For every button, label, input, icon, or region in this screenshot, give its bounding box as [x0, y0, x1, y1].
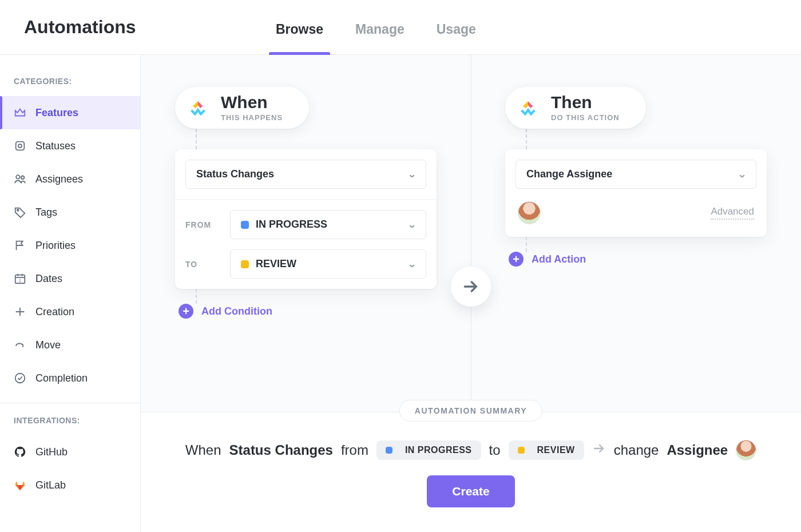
crown-icon — [14, 106, 26, 119]
connector-line — [526, 129, 527, 149]
status-icon — [14, 140, 26, 152]
trigger-select[interactable]: Status Changes ⌄ — [185, 160, 426, 189]
people-icon — [14, 173, 26, 185]
action-select[interactable]: Change Assignee ⌄ — [516, 160, 756, 189]
status-dot-icon — [386, 447, 392, 454]
svg-point-3 — [21, 176, 25, 180]
plus-circle-icon: + — [179, 304, 193, 319]
chevron-down-icon: ⌄ — [737, 169, 747, 180]
automation-builder: When THIS HAPPENS Status Changes ⌄ FROM … — [141, 55, 801, 410]
arrow-right-icon — [592, 442, 606, 459]
svg-rect-1 — [18, 144, 22, 148]
when-subtitle: THIS HAPPENS — [221, 113, 283, 122]
sidebar-item-priorities[interactable]: Priorities — [0, 229, 140, 262]
summary-text: to — [489, 442, 501, 458]
to-status-value: REVIEW — [256, 258, 296, 270]
when-column: When THIS HAPPENS Status Changes ⌄ FROM … — [141, 55, 471, 410]
summary-assignee: Assignee — [667, 442, 728, 458]
sidebar-item-label: GitLab — [35, 479, 66, 491]
sidebar-item-label: Move — [35, 339, 61, 351]
sidebar-item-dates[interactable]: 1 Dates — [0, 262, 140, 295]
when-card: Status Changes ⌄ FROM IN PROGRESS ⌄ TO — [175, 149, 437, 289]
summary-avatar — [736, 440, 756, 460]
main: When THIS HAPPENS Status Changes ⌄ FROM … — [141, 55, 801, 532]
add-action-button[interactable]: + Add Action — [509, 252, 767, 267]
then-subtitle: DO THIS ACTION — [551, 113, 620, 122]
then-card: Change Assignee ⌄ Advanced — [505, 149, 767, 237]
summary-pill: AUTOMATION SUMMARY — [399, 400, 542, 422]
svg-rect-0 — [16, 142, 25, 150]
sidebar-item-gitlab[interactable]: GitLab — [0, 469, 140, 502]
flag-icon — [14, 239, 26, 252]
tabs: Browse Manage Usage — [276, 0, 476, 54]
check-circle-icon — [14, 372, 26, 384]
sidebar-item-label: GitHub — [35, 446, 68, 458]
sidebar-item-move[interactable]: Move — [0, 328, 140, 362]
from-status-select[interactable]: IN PROGRESS ⌄ — [230, 210, 426, 239]
status-dot-icon — [241, 260, 249, 268]
sidebar-item-label: Assignees — [35, 173, 83, 185]
summary-text: When — [185, 442, 221, 458]
chevron-down-icon: ⌄ — [407, 259, 417, 269]
clickup-logo-icon — [185, 96, 211, 121]
sidebar-divider — [0, 403, 140, 403]
clickup-logo-icon — [516, 96, 541, 121]
tab-manage[interactable]: Manage — [355, 22, 405, 54]
sidebar-item-features[interactable]: Features — [0, 96, 140, 129]
plus-circle-icon: + — [509, 252, 524, 267]
connector-line — [526, 237, 527, 252]
sidebar-item-assignees[interactable]: Assignees — [0, 162, 140, 196]
add-condition-label: Add Condition — [201, 305, 272, 317]
sidebar-item-label: Features — [35, 107, 78, 119]
status-dot-icon — [241, 221, 249, 229]
to-status-select[interactable]: REVIEW ⌄ — [230, 249, 426, 279]
add-condition-button[interactable]: + Add Condition — [179, 304, 437, 319]
github-icon — [14, 446, 26, 458]
create-button[interactable]: Create — [427, 475, 514, 507]
summary-text: from — [341, 442, 368, 458]
tab-usage[interactable]: Usage — [437, 22, 476, 54]
svg-point-7 — [15, 374, 25, 383]
sidebar-item-label: Statuses — [35, 140, 76, 152]
summary-from-chip: IN PROGRESS — [376, 440, 481, 460]
sidebar-item-label: Priorities — [35, 240, 76, 252]
svg-point-4 — [17, 209, 19, 211]
tag-icon — [14, 206, 26, 219]
then-title: Then — [551, 94, 620, 111]
sidebar-item-label: Completion — [35, 372, 88, 384]
summary-trigger: Status Changes — [229, 442, 333, 458]
tab-browse[interactable]: Browse — [276, 22, 323, 54]
add-action-label: Add Action — [532, 253, 586, 265]
assignee-avatar[interactable] — [518, 201, 541, 224]
action-select-value: Change Assignee — [526, 168, 612, 180]
chevron-down-icon: ⌄ — [407, 169, 417, 180]
then-column: Then DO THIS ACTION Change Assignee ⌄ Ad… — [471, 55, 801, 410]
header: Automations Browse Manage Usage — [0, 0, 801, 55]
plus-icon — [14, 305, 26, 318]
sidebar-item-statuses[interactable]: Statuses — [0, 129, 140, 162]
sidebar-item-label: Dates — [35, 273, 62, 285]
svg-point-2 — [16, 175, 19, 178]
sidebar-item-creation[interactable]: Creation — [0, 295, 140, 328]
svg-text:1: 1 — [19, 278, 21, 283]
when-stage-pill: When THIS HAPPENS — [175, 87, 309, 129]
sidebar-item-tags[interactable]: Tags — [0, 196, 140, 229]
to-label: TO — [185, 260, 220, 269]
from-label: FROM — [185, 220, 220, 229]
sidebar-item-label: Creation — [35, 306, 74, 318]
chevron-down-icon: ⌄ — [407, 219, 417, 230]
page-title: Automations — [24, 17, 276, 38]
sidebar-item-github[interactable]: GitHub — [0, 435, 140, 469]
summary-text: change — [614, 442, 659, 458]
sidebar-item-completion[interactable]: Completion — [0, 362, 140, 395]
trigger-select-value: Status Changes — [196, 168, 274, 180]
sidebar-item-label: Tags — [35, 207, 57, 219]
integrations-label: INTEGRATIONS: — [0, 409, 140, 435]
advanced-link[interactable]: Advanced — [711, 206, 754, 220]
gitlab-icon — [14, 479, 26, 491]
status-dot-icon — [518, 447, 525, 454]
connector-line — [196, 129, 197, 149]
connector-line — [196, 289, 197, 304]
when-title: When — [221, 94, 283, 111]
from-status-value: IN PROGRESS — [256, 219, 327, 231]
